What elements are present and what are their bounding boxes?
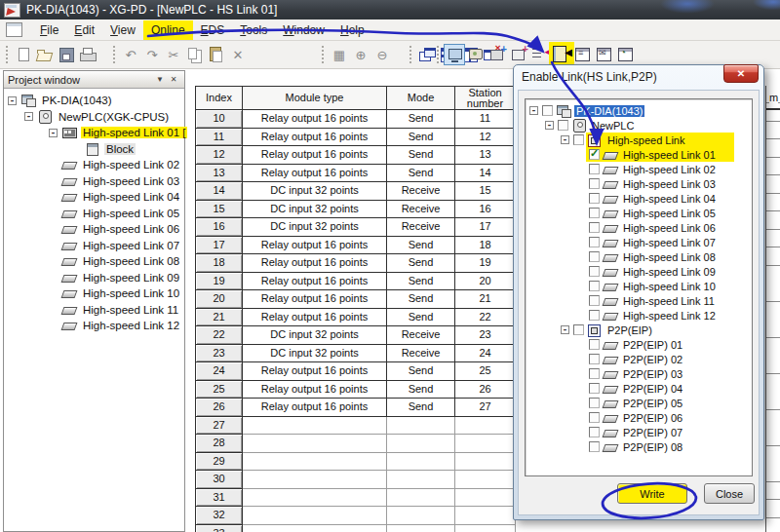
enable-checkbox[interactable] xyxy=(589,178,600,189)
toolbar-icon[interactable] xyxy=(206,44,227,65)
grid-cell-index[interactable]: 17 xyxy=(196,237,243,255)
project-tree-item[interactable]: High-speed Link 12 xyxy=(4,318,184,334)
enable-checkbox[interactable] xyxy=(589,368,600,379)
grid-cell-index[interactable]: 12 xyxy=(196,146,243,165)
grid-cell-module-type[interactable]: Relay output 16 points xyxy=(243,362,387,381)
title-bar[interactable]: PK-DIA(1043) - XG-PD - [NewPLC - HS Link… xyxy=(0,0,780,19)
enable-checkbox[interactable] xyxy=(558,120,568,131)
grid-cell-mode[interactable]: Send xyxy=(387,381,455,399)
enable-checkbox[interactable] xyxy=(589,441,600,452)
grid-cell-mode[interactable]: Receive xyxy=(387,182,455,201)
enable-checkbox[interactable] xyxy=(589,237,600,247)
grid-cell-index[interactable]: 30 xyxy=(196,471,243,489)
grid-cell-module-type[interactable]: Relay output 16 points xyxy=(243,273,387,291)
grid-cell-module-type[interactable]: DC input 32 points xyxy=(243,201,387,219)
enable-link-tree-item[interactable]: - P2P(EIP) xyxy=(526,323,752,337)
tree-expander-icon[interactable]: - xyxy=(529,106,538,115)
project-tree-item[interactable]: High-speed Link 02 xyxy=(4,157,184,173)
grid-cell-station[interactable]: 21 xyxy=(455,290,516,309)
project-tree-item[interactable]: High-speed Link 05 xyxy=(4,206,184,222)
grid-cell-station[interactable]: 25 xyxy=(455,362,516,381)
grid-cell-mode[interactable] xyxy=(387,471,455,489)
toolbar-icon[interactable]: ↶ xyxy=(120,44,141,65)
grid-cell-station[interactable]: 14 xyxy=(455,165,516,183)
grid-cell-index[interactable]: 25 xyxy=(196,381,243,399)
dialog-close-button[interactable]: ✕ xyxy=(723,64,759,83)
toolbar-icon[interactable]: ⊖ xyxy=(371,44,393,65)
enable-link-tree-item[interactable]: High-speed Link 08 xyxy=(526,249,752,264)
grid-cell-station[interactable]: 17 xyxy=(455,218,516,237)
tree-expander-icon[interactable]: - xyxy=(49,129,58,137)
grid-cell-station[interactable]: 15 xyxy=(455,182,516,201)
grid-cell-module-type[interactable]: Relay output 16 points xyxy=(243,237,387,255)
toolbar-icon[interactable] xyxy=(529,44,551,65)
close-button[interactable]: Close xyxy=(704,483,755,504)
toolbar-icon[interactable] xyxy=(56,44,77,65)
grid-cell-module-type[interactable]: Relay output 16 points xyxy=(243,290,387,309)
enable-link-tree-item[interactable]: P2P(EIP) 05 xyxy=(526,396,752,410)
grid-cell-station[interactable] xyxy=(455,435,516,453)
grid-cell-station[interactable]: 22 xyxy=(455,309,516,327)
grid-cell-station[interactable]: 11 xyxy=(455,110,516,129)
enable-checkbox[interactable] xyxy=(589,281,600,291)
grid-cell-module-type[interactable]: Relay output 16 points xyxy=(243,165,387,183)
grid-cell-mode[interactable]: Send xyxy=(387,399,455,417)
grid-cell-mode[interactable]: Send xyxy=(387,129,455,147)
grid-cell-mode[interactable]: Send xyxy=(387,165,455,183)
grid-cell-station[interactable]: 18 xyxy=(455,237,516,255)
enable-link-tree-item[interactable]: High-speed Link 05 xyxy=(526,206,752,220)
close-panel-button[interactable]: ✕ xyxy=(167,73,180,86)
toolbar-icon[interactable] xyxy=(465,44,487,65)
grid-cell-index[interactable]: 33 xyxy=(196,525,243,532)
menu-item[interactable]: Edit xyxy=(66,20,102,40)
toolbar-icon[interactable] xyxy=(13,44,34,65)
toolbar-icon[interactable] xyxy=(551,44,572,65)
enable-checkbox[interactable] xyxy=(589,339,600,350)
toolbar-icon[interactable] xyxy=(572,44,594,65)
grid-cell-mode[interactable]: Receive xyxy=(387,201,455,219)
grid-cell-station[interactable] xyxy=(455,525,516,532)
toolbar-icon[interactable] xyxy=(615,44,637,65)
enable-checkbox[interactable] xyxy=(589,208,600,218)
grid-cell-index[interactable]: 16 xyxy=(196,218,243,237)
grid-cell-index[interactable]: 22 xyxy=(196,326,243,345)
toolbar-icon[interactable]: ✕ xyxy=(227,44,249,65)
enable-checkbox[interactable] xyxy=(589,149,600,160)
grid-cell-module-type[interactable]: Relay output 16 points xyxy=(243,309,387,327)
enable-link-tree-item[interactable]: High-speed Link 12 xyxy=(526,308,752,323)
grid-cell-mode[interactable]: Send xyxy=(387,146,455,165)
toolbar-icon[interactable] xyxy=(594,44,615,65)
toolbar-icon[interactable] xyxy=(508,44,529,65)
grid-cell-station[interactable]: 19 xyxy=(455,254,516,273)
project-tree-item[interactable]: High-speed Link 11 xyxy=(4,302,184,319)
grid-cell-mode[interactable]: Send xyxy=(387,290,455,309)
grid-cell-mode[interactable]: Send xyxy=(387,362,455,381)
grid-cell-station[interactable] xyxy=(455,453,516,472)
toolbar-icon[interactable]: ✂ xyxy=(163,44,184,65)
grid-cell-module-type[interactable]: Relay output 16 points xyxy=(243,110,387,129)
menu-item[interactable]: File xyxy=(32,20,66,40)
enable-link-tree-item[interactable]: - High-speed Link xyxy=(526,133,752,147)
grid-cell-index[interactable]: 24 xyxy=(196,362,243,381)
enable-link-tree-item[interactable]: - PK-DIA(1043) xyxy=(526,103,752,118)
grid-cell-index[interactable]: 26 xyxy=(196,399,243,417)
toolbar-icon[interactable] xyxy=(416,44,438,65)
grid-cell-mode[interactable] xyxy=(387,507,455,525)
menu-item[interactable]: EDS xyxy=(193,20,233,40)
enable-checkbox[interactable] xyxy=(589,251,600,262)
tree-expander-icon[interactable]: - xyxy=(24,112,33,121)
enable-checkbox[interactable] xyxy=(573,134,584,145)
grid-cell-mode[interactable]: Send xyxy=(387,110,455,129)
grid-cell-mode[interactable] xyxy=(387,435,455,453)
grid-cell-index[interactable]: 13 xyxy=(196,165,243,183)
pin-panel-button[interactable]: ▼ xyxy=(153,73,167,86)
project-tree-item[interactable]: High-speed Link 03 xyxy=(4,173,184,190)
toolbar-icon[interactable] xyxy=(77,44,98,65)
enable-checkbox[interactable] xyxy=(589,266,600,277)
grid-cell-station[interactable]: 12 xyxy=(455,129,516,147)
grid-cell-module-type[interactable] xyxy=(243,417,387,436)
grid-cell-module-type[interactable]: Relay output 16 points xyxy=(243,381,387,399)
toolbar-icon[interactable]: ⊕ xyxy=(350,44,371,65)
enable-checkbox[interactable] xyxy=(589,310,600,321)
grid-cell-module-type[interactable] xyxy=(243,435,387,453)
